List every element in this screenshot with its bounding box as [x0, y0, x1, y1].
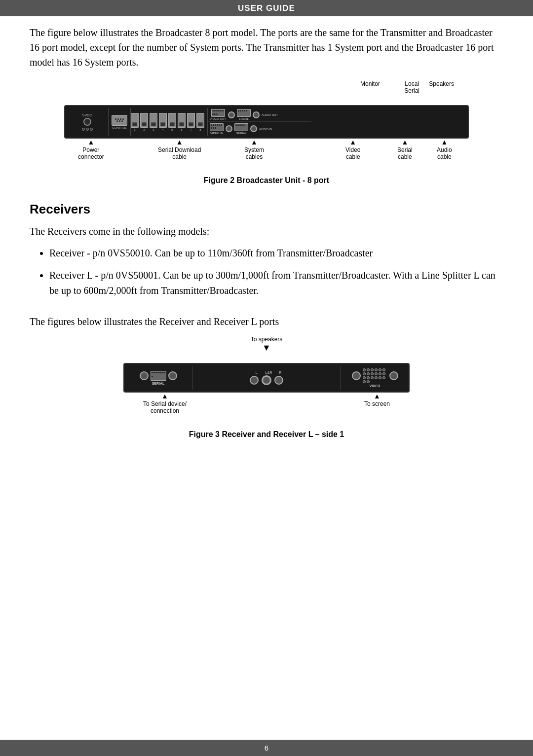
power-label: Power connector [78, 146, 104, 160]
rj45-port-6 [178, 113, 186, 128]
lr-label: L&R [266, 371, 272, 374]
rj45-port-5 [168, 113, 176, 128]
receivers-heading: Receivers [30, 202, 503, 217]
serial-cable-label: Serial cable [397, 146, 413, 160]
r-label: R [279, 371, 281, 374]
diagram-container: Monitor Local Serial Speakers SVDC [64, 80, 469, 139]
local-serial-label: Local Serial [404, 80, 419, 94]
control-port: CONTROL [112, 108, 131, 136]
local-port [237, 109, 251, 117]
page-number: 6 [265, 744, 268, 752]
control-label: CONTROL [112, 126, 126, 129]
audio-out-label: AUDIO OUT [262, 113, 278, 116]
tiny-circle-3 [90, 128, 93, 131]
recv-audio-section: L L&R R [196, 366, 337, 390]
header-bar: USER GUIDE [0, 0, 533, 16]
serial-port [234, 123, 248, 131]
video-out-label: VIDEO OUT [210, 117, 226, 120]
db15-port [112, 115, 127, 126]
hw-box: SVDC CONTROL [64, 105, 469, 139]
recv-bottom-labels: ▲ To Serial device/ connection ▲ To scre… [123, 393, 410, 427]
rj45-port-3 [150, 113, 157, 128]
audio-cable-label: Audio cable [437, 146, 452, 160]
recv-serial-circle-2 [168, 371, 177, 380]
serial-download-label: Serial Download cable [158, 146, 201, 160]
rj45-port-2 [140, 113, 148, 128]
receiver-item-1: Receiver - p/n 0VS50010. Can be up to 11… [49, 246, 503, 261]
receivers-intro: The Receivers come in the following mode… [30, 224, 503, 239]
recv-serial-label: SERIAL [152, 382, 165, 385]
svdc-label: SVDC [82, 113, 92, 117]
system-cables-label: System cables [244, 146, 264, 160]
local-label: LOCAL [239, 117, 249, 120]
rj45-port-7 [187, 113, 195, 128]
receiver-caption: Figure 3 Receiver and Receiver L – side … [189, 430, 344, 439]
l-label: L [256, 371, 258, 374]
recv-hw-box: SERIAL L L&R R [123, 363, 410, 393]
broadcaster-diagram: Monitor Local Serial Speakers SVDC [30, 80, 503, 195]
recv-video-port [363, 368, 387, 383]
broadcaster-caption: Figure 2 Broadcaster Unit - 8 port [204, 176, 329, 185]
footer-bar: 6 [0, 740, 533, 756]
figures-text: The figures below illustrates the Receiv… [30, 314, 503, 329]
tiny-circle-1 [82, 128, 85, 131]
rj45-port-1 [131, 113, 139, 128]
recv-container: To speakers ▼ SERIAL [123, 336, 410, 393]
video-in-port [210, 123, 224, 131]
monitor-label: Monitor [360, 80, 380, 87]
page-wrapper: The figure below illustrates the Broadca… [0, 25, 533, 740]
recv-l-connector [250, 376, 259, 385]
hw-left-section: SVDC [69, 108, 109, 136]
diagram-labels-bottom: ▲ Power connector ▲ Serial Download cabl… [64, 139, 469, 173]
recv-serial-section: SERIAL [128, 366, 192, 390]
system-ports: 1 2 3 4 5 6 7 8 [131, 108, 208, 136]
right-top-row: VIDEO OUT LOCAL AUDIO OUT [208, 108, 311, 122]
recv-r-connector [274, 376, 283, 385]
video-out-port [211, 109, 225, 117]
receivers-list: Receiver - p/n 0VS50010. Can be up to 11… [49, 246, 503, 305]
recv-video-circle [352, 371, 361, 380]
receiver-item-2: Receiver L - p/n 0VS50001. Can be up to … [49, 268, 503, 298]
recv-video-ports-row [352, 368, 398, 383]
rj45-port-4 [159, 113, 167, 128]
audio-in-connector [250, 125, 257, 132]
to-serial-label: To Serial device/ connection [143, 400, 187, 414]
hw-right-section: VIDEO OUT LOCAL AUDIO OUT [208, 108, 311, 136]
video-cable-label: Video cable [345, 146, 360, 160]
rj45-port-8 [196, 113, 204, 128]
to-speakers-label: To speakers [251, 336, 283, 343]
right-bottom-row: VIDEO IN SERIAL AUDIO IN [208, 122, 311, 136]
serial-circle [226, 125, 232, 132]
to-screen-label: To screen [364, 400, 390, 407]
recv-video-section: VIDEO [341, 366, 405, 390]
power-circle [83, 118, 91, 126]
header-label: USER GUIDE [238, 3, 295, 13]
recv-video-circle-2 [389, 371, 398, 380]
intro-text: The figure below illustrates the Broadca… [30, 25, 503, 70]
tiny-circle-2 [86, 128, 89, 131]
audio-out-connector [253, 111, 260, 118]
recv-ports-row [140, 371, 177, 381]
receiver-diagram: To speakers ▼ SERIAL [30, 336, 503, 449]
speakers-label: Speakers [429, 80, 454, 87]
local-connector-1 [228, 111, 235, 118]
recv-serial-port [151, 371, 166, 381]
recv-video-label: VIDEO [370, 384, 381, 388]
video-in-label: VIDEO IN [210, 132, 223, 135]
audio-in-label: AUDIO IN [259, 128, 272, 131]
small-ports-row [82, 128, 93, 131]
serial-label: SERIAL [236, 132, 246, 135]
recv-serial-circle-1 [140, 371, 149, 380]
recv-lr-connector [262, 375, 271, 385]
